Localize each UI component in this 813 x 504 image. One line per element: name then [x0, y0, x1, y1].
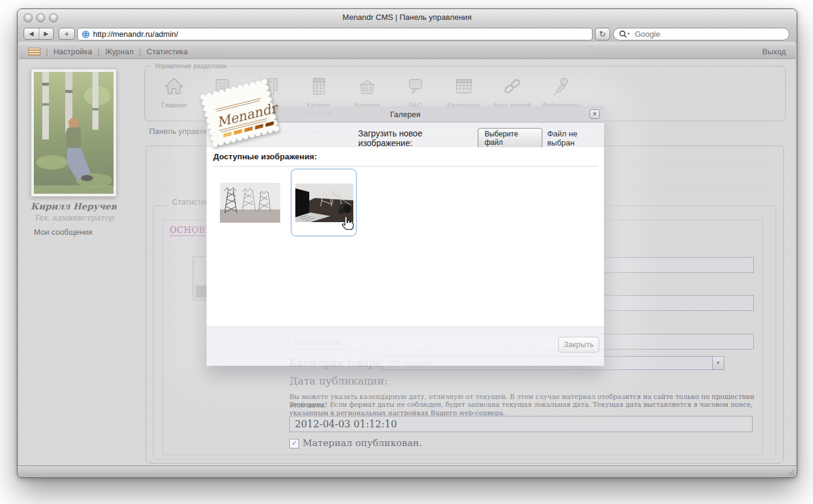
- basket-icon: [356, 75, 379, 98]
- reload-button[interactable]: ↻: [595, 28, 610, 40]
- modal-title: Галерея: [390, 110, 420, 119]
- nav-separator: |: [139, 47, 141, 56]
- url-text: http://menandr.ru/admin/: [93, 30, 178, 39]
- modal-close-icon[interactable]: ×: [590, 109, 600, 119]
- page-viewport: | Настройка | Журнал | Статистика Выход: [19, 42, 795, 465]
- publish-date-input[interactable]: [289, 416, 753, 432]
- nav-item-settings[interactable]: Настройка: [53, 47, 92, 56]
- publish-date-heading: Дата публикации:: [289, 375, 388, 387]
- sections-panel-legend: Управление разделами: [151, 62, 231, 69]
- gallery-thumbnail-1[interactable]: [220, 183, 280, 223]
- nav-separator: |: [97, 47, 99, 56]
- sidebar-messages-link[interactable]: Мои сообщения: [34, 228, 92, 237]
- resize-grip[interactable]: [786, 468, 795, 476]
- modal-footer: Закрыть: [207, 327, 604, 366]
- calendar-icon: [452, 75, 475, 98]
- user-name: Кирилл Неручев: [19, 201, 129, 211]
- menandr-stamp-logo: Menandr: [193, 77, 287, 150]
- forward-button[interactable]: ▶: [39, 28, 54, 39]
- history-buttons: ◀ ▶: [24, 28, 54, 40]
- user-photo-image: [34, 72, 114, 194]
- informers-pin-icon: [549, 75, 572, 98]
- upload-row: Загрузить новое изображение: Выберите фа…: [358, 128, 604, 148]
- user-role: Тех. администратор: [19, 213, 129, 222]
- admin-nav: | Настройка | Журнал | Статистика Выход: [19, 44, 795, 59]
- divider: [213, 166, 598, 167]
- nav-item-statistics[interactable]: Статистика: [147, 47, 188, 56]
- file-status: Файл не выбран: [547, 129, 604, 147]
- faq-icon: [404, 75, 427, 98]
- search-bar[interactable]: [613, 28, 789, 40]
- user-photo: [31, 69, 117, 197]
- catalog-icon: [307, 75, 330, 98]
- home-icon: [162, 75, 185, 98]
- modal-close-button[interactable]: Закрыть: [558, 337, 599, 352]
- published-checkbox[interactable]: ✓: [289, 439, 299, 448]
- images-heading: Доступные изображения:: [213, 152, 317, 161]
- upload-label: Загрузить новое изображение:: [358, 129, 473, 148]
- magnifier-icon: [619, 30, 631, 38]
- section-item-home[interactable]: Главная: [150, 75, 198, 116]
- browser-statusbar: [18, 465, 797, 477]
- knowledge-link-icon: [501, 75, 524, 98]
- back-button[interactable]: ◀: [24, 28, 39, 39]
- published-label: Материал опубликован.: [303, 438, 422, 448]
- new-tab-button[interactable]: +: [59, 28, 75, 40]
- address-bar[interactable]: http://menandr.ru/admin/: [77, 28, 593, 40]
- browser-titlebar[interactable]: Menandr CMS | Панель управления: [18, 9, 797, 27]
- menandr-mini-logo-icon[interactable]: [28, 48, 40, 56]
- browser-window: Menandr CMS | Панель управления ◀ ▶ + ht…: [17, 8, 797, 478]
- nav-separator: |: [46, 47, 48, 56]
- hand-cursor-icon: [340, 215, 357, 233]
- choose-file-button[interactable]: Выберите файл: [478, 128, 542, 148]
- chevron-down-icon: ▼: [712, 357, 724, 369]
- nav-logout-link[interactable]: Выход: [762, 47, 786, 56]
- modal-body: Доступные изображения:: [207, 147, 604, 327]
- window-title: Menandr CMS | Панель управления: [18, 9, 797, 26]
- globe-icon: [82, 30, 90, 39]
- nav-item-journal[interactable]: Журнал: [105, 47, 133, 56]
- search-input[interactable]: [634, 29, 757, 39]
- screenshot-stage: Menandr CMS | Панель управления ◀ ▶ + ht…: [0, 0, 813, 504]
